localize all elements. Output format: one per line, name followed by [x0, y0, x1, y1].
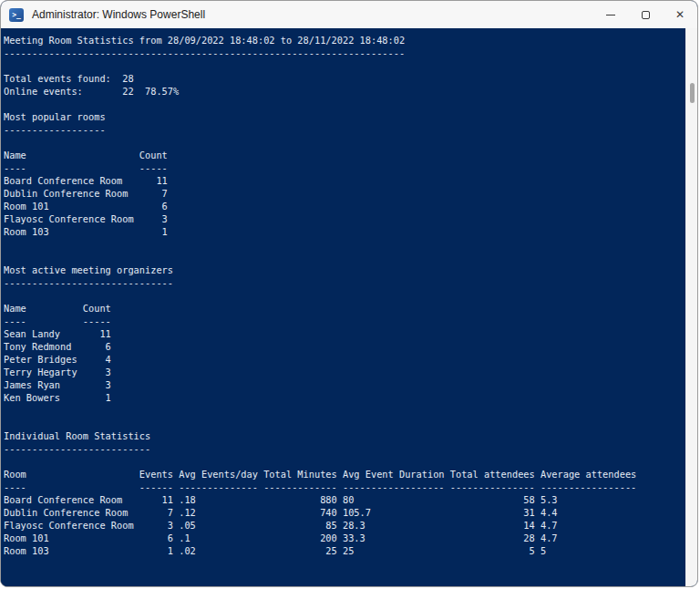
window-title: Administrator: Windows PowerShell [32, 8, 593, 21]
scrollbar[interactable] [685, 28, 697, 586]
console-line: Sean Landy 11 [4, 327, 685, 340]
console-line: ------------------------------ [4, 276, 685, 289]
console-line [4, 251, 685, 264]
console-line: Dublin Conference Room 7 .12 740 105.7 3… [4, 506, 685, 519]
minimize-button[interactable] [593, 1, 628, 28]
console-line: Flayosc Conference Room 3 [4, 212, 685, 225]
console-output: Meeting Room Statistics from 28/09/2022 … [1, 28, 685, 586]
console-line: Individual Room Statistics [4, 429, 685, 442]
console-line: Total events found: 28 [4, 72, 685, 85]
console-line: Name Count [4, 149, 685, 161]
console-line [4, 404, 685, 417]
console-line: Peter Bridges 4 [4, 353, 685, 366]
console-line: ------------------ [4, 123, 685, 136]
console-line: Meeting Room Statistics from 28/09/2022 … [4, 34, 685, 46]
console-line [4, 417, 685, 429]
console-line [4, 136, 685, 149]
console-line: Board Conference Room 11 [4, 174, 685, 187]
console-line [4, 98, 685, 110]
console-line: Room 101 6 .1 200 33.3 28 4.7 [4, 532, 685, 544]
powershell-icon-glyph: >_ [12, 11, 21, 19]
console-line: Flayosc Conference Room 3 .05 85 28.3 14… [4, 519, 685, 532]
console-line: James Ryan 3 [4, 378, 685, 391]
console-line [4, 455, 685, 468]
maximize-button[interactable] [628, 1, 663, 28]
console-line: Name Count [4, 302, 685, 315]
console-line: Most active meeting organizers [4, 264, 685, 276]
console-line: ----------------------------------------… [4, 46, 685, 59]
console-line: Most popular rooms [4, 110, 685, 123]
console-line: Room Events Avg Events/day Total Minutes… [4, 468, 685, 480]
powershell-window: >_ Administrator: Windows PowerShell ✕ M… [0, 0, 698, 587]
console-line: Terry Hegarty 3 [4, 366, 685, 378]
console-line: Online events: 22 78.57% [4, 85, 685, 98]
console-line [4, 289, 685, 302]
close-button[interactable]: ✕ [663, 1, 697, 28]
console-line: Room 103 1 .02 25 25 5 5 [4, 544, 685, 557]
console-line: Board Conference Room 11 .18 880 80 58 5… [4, 493, 685, 506]
window-controls: ✕ [593, 1, 697, 28]
console-line: Ken Bowers 1 [4, 391, 685, 404]
console-line: Room 103 1 [4, 225, 685, 238]
console[interactable]: Meeting Room Statistics from 28/09/2022 … [1, 28, 697, 586]
console-line [4, 238, 685, 251]
console-line: ---- ----- [4, 315, 685, 327]
console-line [4, 59, 685, 72]
minimize-icon [606, 15, 615, 16]
maximize-icon [642, 11, 650, 19]
powershell-icon: >_ [9, 8, 24, 22]
titlebar[interactable]: >_ Administrator: Windows PowerShell ✕ [1, 1, 697, 28]
close-icon: ✕ [675, 9, 685, 20]
scrollbar-thumb[interactable] [690, 83, 695, 103]
console-line: ---- ----- [4, 161, 685, 174]
console-line: ---- ------ -------------- -------------… [4, 480, 685, 493]
console-line: -------------------------- [4, 442, 685, 455]
console-line: Room 101 6 [4, 200, 685, 212]
console-line: Dublin Conference Room 7 [4, 187, 685, 200]
console-line: Tony Redmond 6 [4, 340, 685, 353]
